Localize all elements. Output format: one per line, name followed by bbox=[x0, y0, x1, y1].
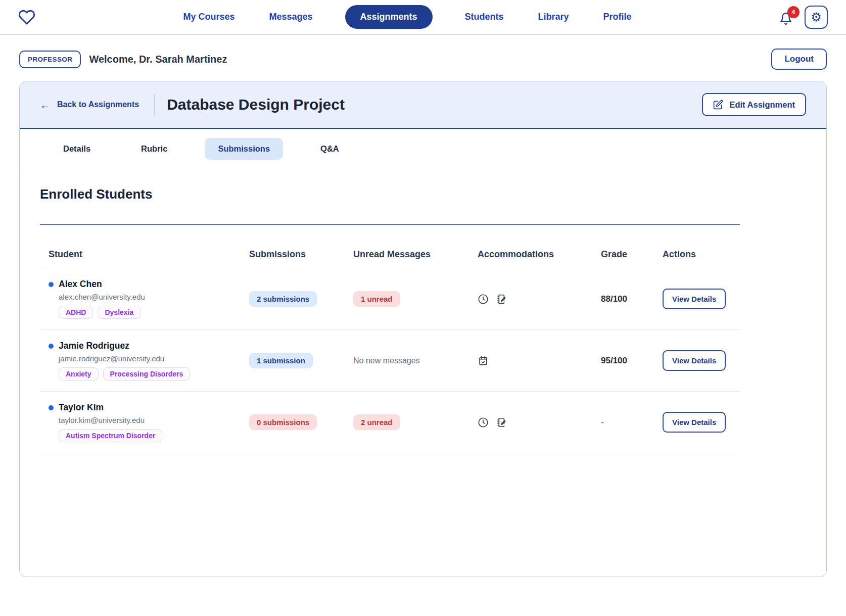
accommodations-cell bbox=[469, 294, 592, 305]
assignment-card: ← Back to Assignments Database Design Pr… bbox=[19, 81, 827, 577]
gear-icon: ⚙ bbox=[811, 11, 822, 23]
student-cell: Jamie Rodriguez jamie.rodriguez@universi… bbox=[40, 341, 241, 381]
submissions-panel: Enrolled Students Student Submissions Un… bbox=[20, 169, 826, 473]
col-header-submissions: Submissions bbox=[241, 249, 345, 260]
nav-item-library[interactable]: Library bbox=[536, 7, 571, 27]
submissions-badge: 0 submissions bbox=[249, 414, 317, 430]
nav-item-students[interactable]: Students bbox=[463, 7, 506, 27]
col-header-unread-messages: Unread Messages bbox=[345, 249, 469, 260]
col-header-grade: Grade bbox=[592, 249, 654, 260]
submissions-cell: 2 submissions bbox=[241, 291, 345, 307]
status-dot bbox=[49, 282, 54, 287]
nav-right-controls: 4 ⚙ bbox=[779, 6, 828, 29]
student-name: Jamie Rodriguez bbox=[59, 341, 129, 351]
unread-cell: No new messages bbox=[345, 356, 469, 365]
tag-badge: Processing Disorders bbox=[103, 367, 191, 381]
unread-cell: 1 unread bbox=[345, 291, 469, 307]
page-title: Database Design Project bbox=[167, 96, 345, 113]
notification-count-badge: 4 bbox=[787, 6, 800, 18]
header-divider bbox=[154, 94, 155, 115]
nav-item-messages[interactable]: Messages bbox=[267, 7, 314, 27]
grade-value: - bbox=[601, 417, 604, 427]
grade-value: 88/100 bbox=[601, 294, 627, 304]
table-row: Jamie Rodriguez jamie.rodriguez@universi… bbox=[40, 330, 740, 392]
student-email: alex.chen@university.edu bbox=[59, 293, 241, 301]
back-link-label: Back to Assignments bbox=[57, 100, 139, 109]
nav-items: My Courses Messages Assignments Students… bbox=[181, 5, 633, 29]
student-name: Taylor Kim bbox=[59, 402, 104, 413]
grade-cell: - bbox=[592, 417, 654, 428]
role-badge: PROFESSOR bbox=[19, 51, 81, 68]
status-dot bbox=[49, 405, 54, 410]
tag-badge: Autism Spectrum Disorder bbox=[59, 429, 162, 442]
tab-submissions[interactable]: Submissions bbox=[205, 138, 283, 160]
grade-value: 95/100 bbox=[601, 356, 627, 365]
view-details-button[interactable]: View Details bbox=[663, 289, 726, 309]
view-details-button[interactable]: View Details bbox=[663, 350, 726, 371]
welcome-bar: PROFESSOR Welcome, Dr. Sarah Martinez Lo… bbox=[0, 35, 846, 81]
tab-qa[interactable]: Q&A bbox=[307, 138, 352, 160]
col-header-accommodations: Accommodations bbox=[469, 249, 592, 260]
assignment-header: ← Back to Assignments Database Design Pr… bbox=[20, 81, 826, 129]
unread-cell: 2 unread bbox=[345, 414, 469, 430]
back-arrow-icon: ← bbox=[40, 100, 51, 110]
assignment-tabs: Details Rubric Submissions Q&A bbox=[20, 129, 826, 169]
no-messages-text: No new messages bbox=[353, 356, 420, 365]
nav-item-my-courses[interactable]: My Courses bbox=[181, 7, 237, 27]
col-header-student: Student bbox=[40, 249, 241, 260]
tab-details[interactable]: Details bbox=[50, 138, 104, 160]
tab-rubric[interactable]: Rubric bbox=[128, 138, 180, 160]
student-cell: Alex Chen alex.chen@university.edu ADHD … bbox=[40, 279, 241, 319]
view-details-button[interactable]: View Details bbox=[663, 412, 726, 433]
grade-cell: 88/100 bbox=[592, 294, 654, 304]
note-edit-icon bbox=[495, 417, 506, 428]
welcome-message: Welcome, Dr. Sarah Martinez bbox=[89, 54, 227, 65]
submissions-badge: 1 submission bbox=[249, 353, 313, 368]
note-edit-icon bbox=[495, 294, 506, 305]
submissions-badge: 2 submissions bbox=[249, 291, 317, 307]
settings-button[interactable]: ⚙ bbox=[805, 6, 828, 29]
accommodation-tags: Anxiety Processing Disorders bbox=[59, 367, 241, 381]
unread-badge: 2 unread bbox=[353, 414, 400, 430]
accommodation-tags: Autism Spectrum Disorder bbox=[59, 429, 241, 442]
clock-icon bbox=[478, 417, 489, 428]
edit-assignment-label: Edit Assignment bbox=[729, 100, 795, 110]
calendar-check-icon bbox=[478, 355, 489, 366]
unread-badge: 1 unread bbox=[353, 291, 400, 307]
section-heading: Enrolled Students bbox=[40, 186, 806, 202]
student-cell: Taylor Kim taylor.kim@university.edu Aut… bbox=[40, 402, 241, 442]
actions-cell: View Details bbox=[654, 350, 740, 371]
clock-icon bbox=[478, 294, 489, 305]
tag-badge: ADHD bbox=[59, 306, 93, 319]
accommodations-cell bbox=[469, 417, 592, 428]
table-row: Alex Chen alex.chen@university.edu ADHD … bbox=[40, 268, 740, 330]
table-header-row: Student Submissions Unread Messages Acco… bbox=[40, 225, 740, 268]
heart-logo-icon[interactable] bbox=[18, 9, 35, 26]
edit-assignment-button[interactable]: Edit Assignment bbox=[702, 93, 806, 116]
col-header-actions: Actions bbox=[654, 249, 740, 260]
status-dot bbox=[49, 344, 54, 349]
actions-cell: View Details bbox=[654, 289, 740, 309]
table-row: Taylor Kim taylor.kim@university.edu Aut… bbox=[40, 392, 740, 453]
tag-badge: Dyslexia bbox=[98, 306, 140, 319]
accommodations-cell bbox=[469, 355, 592, 366]
actions-cell: View Details bbox=[654, 412, 740, 433]
student-email: taylor.kim@university.edu bbox=[59, 416, 241, 424]
student-email: jamie.rodriguez@university.edu bbox=[59, 354, 241, 363]
grade-cell: 95/100 bbox=[592, 356, 654, 366]
submissions-cell: 0 submissions bbox=[241, 414, 345, 430]
accommodation-tags: ADHD Dyslexia bbox=[59, 306, 241, 319]
notifications-button[interactable]: 4 bbox=[779, 9, 794, 25]
back-to-assignments-link[interactable]: ← Back to Assignments bbox=[40, 100, 139, 110]
submissions-cell: 1 submission bbox=[241, 353, 345, 368]
enrolled-students-table: Student Submissions Unread Messages Acco… bbox=[40, 225, 740, 453]
edit-pencil-icon bbox=[713, 100, 723, 110]
tag-badge: Anxiety bbox=[59, 367, 99, 381]
logout-button[interactable]: Logout bbox=[771, 49, 827, 70]
top-navigation: My Courses Messages Assignments Students… bbox=[0, 0, 846, 35]
nav-item-assignments[interactable]: Assignments bbox=[345, 5, 433, 29]
nav-item-profile[interactable]: Profile bbox=[601, 7, 634, 27]
student-name: Alex Chen bbox=[59, 279, 102, 290]
